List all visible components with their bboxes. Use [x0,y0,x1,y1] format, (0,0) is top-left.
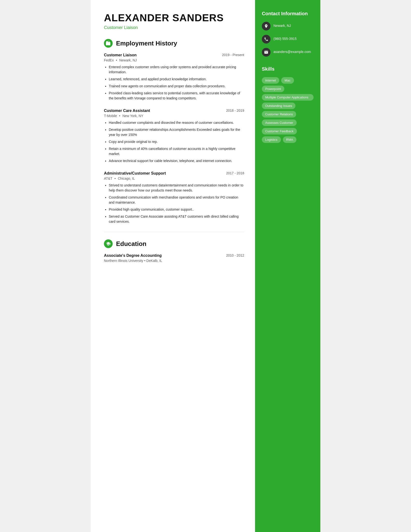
job-title-2: Customer Care Assistant [104,109,150,113]
edu-block-1: Associate's Degree Accounting 2010 - 201… [104,253,244,263]
job-company-1: FedEx • Newark, NJ [104,58,244,62]
job-block-2: Customer Care Assistant 2018 - 2019 T-Mo… [104,109,244,163]
job-header-3: Administrative/Customer Support 2017 - 2… [104,171,244,176]
school-name-1: Northern Illinois University [104,259,143,263]
name-title: ALEXANDER SANDERS Customer Liaison [104,12,244,30]
skill-tag-6: Assesses Customer [262,119,297,126]
skill-tag-7: Customer Feedback [262,128,297,134]
contact-email: asanders@example.com [262,48,314,57]
bullet: Provided class-leading sales service to … [109,91,244,101]
edu-degree-1: Associate's Degree Accounting [104,253,162,258]
bullet: Handled customer complaints and dissecte… [109,120,244,125]
location-text: Newark, NJ [273,22,291,28]
skills-section: Skills Internet Mac Powerpoint Multiple … [262,66,314,143]
bullet: Trained new agents on communication and … [109,84,244,89]
job-dates-1: 2019 - Present [222,53,244,57]
bullet: Copy and provide original to rep. [109,139,244,144]
skill-tag-1: Mac [281,77,294,84]
bullet: Retain a minimum of 40% cancellations of… [109,146,244,156]
job-title-3: Administrative/Customer Support [104,171,166,176]
education-section-title: Education [116,240,147,248]
bullet: Provided high quality communication, cus… [109,207,244,212]
skill-tag-8: Logistics [262,136,281,143]
skill-tag-0: Internet [262,77,279,84]
employment-section-title: Employment History [116,40,177,47]
contact-location: Newark, NJ [262,22,314,30]
employment-icon [104,39,113,48]
edu-school-1: Northern Illinois University • DeKalb, I… [104,259,244,263]
right-panel: Contact Information Newark, NJ (980) 555… [255,0,320,532]
company-name-2: T-Mobile [104,114,117,118]
job-block-1: Customer Liaison 2019 - Present FedEx • … [104,53,244,101]
candidate-name: ALEXANDER SANDERS [104,12,244,24]
education-section-header: Education [104,239,244,248]
bullet: Coordinated communication with merchandi… [109,195,244,205]
job-dates-3: 2017 - 2018 [226,171,244,175]
bullet: Served as Customer Care Associate assist… [109,214,244,224]
job-header-1: Customer Liaison 2019 - Present [104,53,244,57]
bullet: Develop positive customer relationships … [109,127,244,137]
bullet: Entered complex customer orders using or… [109,65,244,75]
svg-rect-0 [106,43,111,43]
job-bullets-3: Strived to understand customers data/ent… [104,183,244,224]
resume-wrapper: ALEXANDER SANDERS Customer Liaison Emplo… [91,0,320,532]
company-name-3: AT&T [104,177,112,180]
bullet: Advance technical support for cable tele… [109,158,244,163]
contact-section-title: Contact Information [262,11,314,17]
skill-tag-4: Outstanding Issues [262,103,295,109]
skills-tags: Internet Mac Powerpoint Multiple Compute… [262,77,314,143]
job-bullets-1: Entered complex customer orders using or… [104,65,244,101]
skill-tag-2: Powerpoint [262,86,284,92]
employment-section-header: Employment History [104,39,244,48]
email-icon [262,48,271,57]
job-title-1: Customer Liaison [104,53,137,57]
skill-tag-3: Multiple Computer Applications [262,94,314,101]
education-icon [104,239,113,248]
phone-icon [262,35,271,44]
company-name-1: FedEx [104,58,114,62]
job-bullets-2: Handled customer complaints and dissecte… [104,120,244,163]
edu-dates-1: 2010 - 2012 [226,253,244,257]
job-block-3: Administrative/Customer Support 2017 - 2… [104,171,244,224]
section-divider [104,232,244,232]
skills-section-title: Skills [262,66,314,72]
contact-phone: (980) 555-3915 [262,35,314,44]
left-panel: ALEXANDER SANDERS Customer Liaison Emplo… [91,0,255,532]
candidate-subtitle: Customer Liaison [104,25,244,30]
job-dates-2: 2018 - 2019 [226,109,244,113]
contact-section: Contact Information Newark, NJ (980) 555… [262,11,314,57]
job-company-2: T-Mobile • New York, NY [104,114,244,118]
company-location-3: Chicago, IL [118,177,135,180]
company-location-2: New York, NY [122,114,143,118]
job-company-3: AT&T • Chicago, IL [104,177,244,180]
phone-text: (980) 555-3915 [273,35,297,41]
skill-tag-9: RMA [283,136,297,143]
school-location-1: DeKalb, IL [146,259,162,263]
edu-header-1: Associate's Degree Accounting 2010 - 201… [104,253,244,258]
bullet: Strived to understand customers data/ent… [109,183,244,193]
location-icon [262,22,271,30]
skill-tag-5: Customer Relations [262,111,296,117]
bullet: Learned, referenced, and applied product… [109,77,244,82]
email-text: asanders@example.com [273,48,311,54]
job-header-2: Customer Care Assistant 2018 - 2019 [104,109,244,113]
company-location-1: Newark, NJ [119,58,137,62]
